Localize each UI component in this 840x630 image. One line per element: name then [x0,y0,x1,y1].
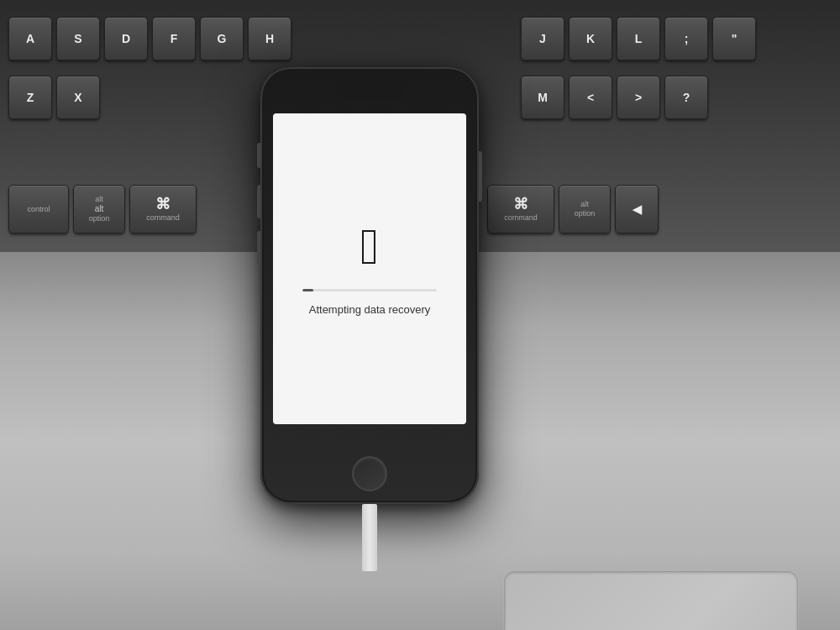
key-option-left[interactable]: alt alt option [73,185,125,234]
key-g[interactable]: G [200,17,244,60]
keyboard-row-bottom-right: ⌘ command alt option ◀ [487,185,659,234]
lightning-cable [362,504,377,571]
key-s[interactable]: S [56,17,100,60]
key-slash[interactable]: ? [664,76,708,119]
apple-logo-icon:  [360,222,379,272]
trackpad[interactable] [504,571,798,630]
keyboard-row-top-right: J K L ; " [521,17,756,60]
recovery-progress-bar [302,289,437,291]
progress-bar-fill [302,289,313,291]
iphone-mute-button[interactable] [257,143,260,168]
iphone-side-button-right[interactable] [479,151,482,202]
key-m[interactable]: M [521,76,564,119]
key-k[interactable]: K [569,17,612,60]
iphone-top-bar [336,82,403,99]
key-comma[interactable]: < [569,76,612,119]
key-arrow-left[interactable]: ◀ [615,185,659,234]
key-f[interactable]: F [152,17,196,60]
key-command-left[interactable]: ⌘ command [129,185,197,234]
iphone-screen:  Attempting data recovery [273,113,466,424]
key-option-right[interactable]: alt option [559,185,611,234]
key-command-right[interactable]: ⌘ command [487,185,554,234]
iphone-device:  Attempting data recovery [260,67,479,504]
key-h[interactable]: H [248,17,291,60]
key-semicolon[interactable]: ; [664,17,708,60]
keyboard-row-second-left: Z X [8,76,100,119]
key-period[interactable]: > [617,76,660,119]
key-l[interactable]: L [617,17,660,60]
key-x[interactable]: X [56,76,100,119]
key-quote[interactable]: " [712,17,756,60]
iphone-volume-up-button[interactable] [257,185,260,218]
keyboard-row-top-left: A S D F G H [8,17,291,60]
keyboard-row-bottom-left: control alt alt option ⌘ command [8,185,197,234]
key-control[interactable]: control [8,185,69,234]
keyboard-row-second-right: M < > ? [521,76,708,119]
key-d[interactable]: D [104,17,148,60]
iphone-home-button[interactable] [352,456,387,491]
iphone-volume-down-button[interactable] [257,231,260,265]
key-j[interactable]: J [521,17,564,60]
key-z[interactable]: Z [8,76,52,119]
key-a[interactable]: A [8,17,52,60]
recovery-status-text: Attempting data recovery [309,303,431,316]
